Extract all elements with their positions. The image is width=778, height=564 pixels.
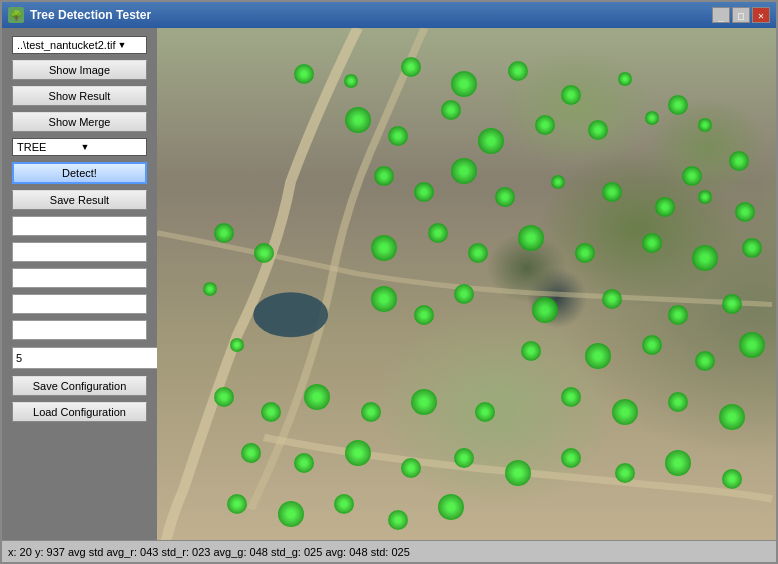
type-dropdown[interactable]: TREE ▼ [12,138,147,156]
tree-detection [698,118,712,132]
tree-detection [454,448,474,468]
tree-detection [668,392,688,412]
app-icon: 🌳 [8,7,24,23]
tree-detection [371,235,397,261]
tree-detection [739,332,765,358]
tree-detection [551,175,565,189]
save-configuration-button[interactable]: Save Configuration [12,376,147,396]
tree-detection [468,243,488,263]
tree-detection [214,387,234,407]
sidebar: ..\test_nantucket2.tif ▼ Show Image Show… [2,28,157,540]
tree-detection [478,128,504,154]
tree-detection [345,440,371,466]
tree-detection [535,115,555,135]
tree-detection [719,404,745,430]
show-result-button[interactable]: Show Result [12,86,147,106]
tree-detection [294,64,314,84]
tree-detection [668,305,688,325]
tree-detection [451,158,477,184]
tree-detection [735,202,755,222]
spinner-input[interactable]: 5 [12,347,157,369]
tree-detection [401,57,421,77]
tree-detection [227,494,247,514]
file-dropdown-arrow: ▼ [117,40,142,50]
param-input-2[interactable] [12,242,147,262]
tree-detection [438,494,464,520]
main-view[interactable] [157,28,776,540]
tree-detection [642,335,662,355]
tree-detection [722,469,742,489]
file-dropdown-value: ..\test_nantucket2.tif [17,39,115,51]
save-result-button[interactable]: Save Result [12,190,147,210]
tree-detection [345,107,371,133]
type-dropdown-row: TREE ▼ [12,138,147,156]
tree-detection [411,389,437,415]
close-button[interactable]: ✕ [752,7,770,23]
param-input-5[interactable] [12,320,147,340]
tree-detection [612,399,638,425]
tree-detection [230,338,244,352]
number-spinner: 5 ▲ ▼ [12,346,147,370]
tree-detection [344,74,358,88]
tree-detection [203,282,217,296]
tree-detection [214,223,234,243]
title-bar: 🌳 Tree Detection Tester _ □ ✕ [2,2,776,28]
tree-detection [655,197,675,217]
tree-detection [532,297,558,323]
trees-layer [157,28,776,540]
tree-detection [518,225,544,251]
tree-detection [374,166,394,186]
tree-detection [575,243,595,263]
main-window: 🌳 Tree Detection Tester _ □ ✕ ..\test_na… [0,0,778,564]
tree-detection [668,95,688,115]
detect-button[interactable]: Detect! [12,162,147,184]
minimize-button[interactable]: _ [712,7,730,23]
tree-detection [682,166,702,186]
window-title: Tree Detection Tester [30,8,706,22]
tree-detection [561,387,581,407]
tree-detection [388,510,408,530]
tree-detection [505,460,531,486]
tree-detection [561,448,581,468]
status-text: x: 20 y: 937 avg std avg_r: 043 std_r: 0… [8,546,410,558]
show-merge-button[interactable]: Show Merge [12,112,147,132]
tree-detection [441,100,461,120]
param-input-3[interactable] [12,268,147,288]
tree-detection [695,351,715,371]
file-dropdown[interactable]: ..\test_nantucket2.tif ▼ [12,36,147,54]
load-configuration-button[interactable]: Load Configuration [12,402,147,422]
param-input-4[interactable] [12,294,147,314]
tree-detection [254,243,274,263]
type-dropdown-arrow: ▼ [81,142,143,152]
tree-detection [602,182,622,202]
tree-detection [475,402,495,422]
tree-detection [722,294,742,314]
tree-detection [451,71,477,97]
tree-detection [588,120,608,140]
tree-detection [428,223,448,243]
tree-detection [618,72,632,86]
tree-detection [615,463,635,483]
tree-detection [729,151,749,171]
tree-detection [521,341,541,361]
tree-detection [241,443,261,463]
maximize-button[interactable]: □ [732,7,750,23]
tree-detection [304,384,330,410]
tree-detection [371,286,397,312]
tree-detection [454,284,474,304]
status-bar: x: 20 y: 937 avg std avg_r: 043 std_r: 0… [2,540,776,562]
tree-detection [401,458,421,478]
tree-detection [742,238,762,258]
tree-detection [645,111,659,125]
tree-detection [692,245,718,271]
tree-detection [388,126,408,146]
show-image-button[interactable]: Show Image [12,60,147,80]
tree-detection [561,85,581,105]
content-area: ..\test_nantucket2.tif ▼ Show Image Show… [2,28,776,540]
tree-detection [261,402,281,422]
tree-detection [495,187,515,207]
tree-detection [665,450,691,476]
tree-detection [294,453,314,473]
param-input-1[interactable] [12,216,147,236]
type-dropdown-value: TREE [17,141,79,153]
